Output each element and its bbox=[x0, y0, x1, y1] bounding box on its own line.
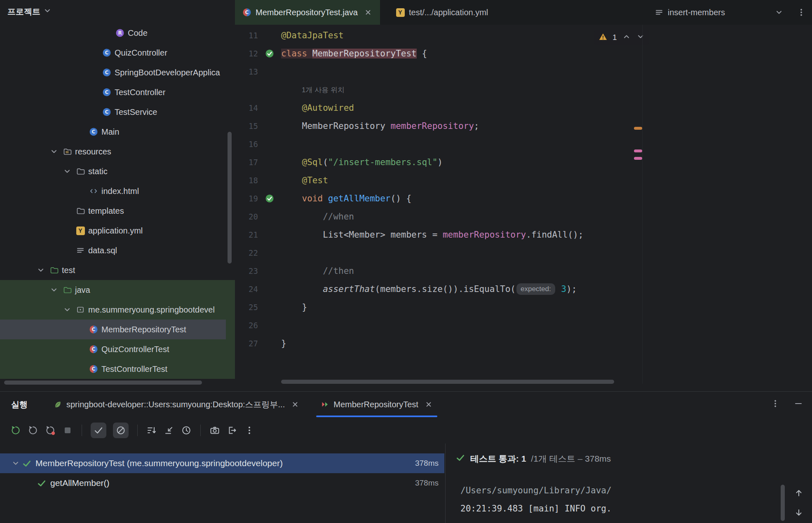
test-result-row-getallmember[interactable]: getAllMember()378ms bbox=[0, 473, 444, 493]
console-output[interactable]: /Users/sumyoung/Library/Java/20:21:39.48… bbox=[460, 481, 767, 518]
tree-item-templates[interactable]: templates bbox=[0, 201, 235, 221]
stop-button[interactable] bbox=[62, 425, 73, 436]
collapse-button[interactable] bbox=[164, 425, 174, 436]
run-tab-memberrepositorytest[interactable]: MemberRepositoryTest bbox=[314, 392, 440, 417]
project-horizontal-scrollbar[interactable] bbox=[4, 381, 202, 385]
scroll-to-top-button[interactable] bbox=[791, 486, 806, 500]
tree-item-main[interactable]: CMain bbox=[0, 122, 235, 142]
code-token: MemberRepository bbox=[281, 121, 391, 131]
code-text: void getAllMember() { bbox=[281, 194, 411, 203]
class-icon: C bbox=[89, 127, 98, 136]
stop-icon bbox=[62, 425, 73, 436]
tree-item-code[interactable]: RCode bbox=[0, 23, 235, 43]
chevron-down-icon[interactable] bbox=[10, 459, 21, 468]
scroll-to-bottom-button[interactable] bbox=[791, 505, 806, 520]
tree-item-springbootdeveloperapplica[interactable]: CSpringBootDeveloperApplica bbox=[0, 63, 235, 82]
line-number: 16 bbox=[235, 140, 258, 149]
tree-item-memberrepositorytest[interactable]: CMemberRepositoryTest bbox=[0, 320, 235, 339]
code-text: 1개 사용 위치 bbox=[281, 85, 345, 95]
code-token: .findAll(); bbox=[526, 230, 583, 240]
tree-item-label: resources bbox=[75, 147, 111, 156]
inspection-mark[interactable] bbox=[634, 127, 642, 130]
code-line-12: 12class MemberRepositoryTest { bbox=[235, 44, 812, 63]
code-text: } bbox=[281, 302, 307, 312]
code-text: @Autowired bbox=[281, 103, 354, 113]
test-history-button[interactable] bbox=[181, 425, 192, 436]
code-text: List<Member> members = memberRepository.… bbox=[281, 230, 583, 240]
tree-item-testcontrollertest[interactable]: CTestControllerTest bbox=[0, 359, 235, 379]
test-result-row-memberrepositorytest-me-summeryoung-springbootdeveloper[interactable]: MemberRepositoryTest (me.summeryoung.spr… bbox=[0, 453, 444, 473]
chevron-down-icon[interactable] bbox=[49, 285, 63, 294]
code-text: @Test bbox=[281, 175, 328, 185]
warning-count: 1 bbox=[613, 33, 617, 42]
tree-item-quizcontrollertest[interactable]: CQuizControllerTest bbox=[0, 339, 235, 359]
code-line-26: 26 bbox=[235, 316, 812, 334]
tree-item-java[interactable]: java bbox=[0, 280, 235, 300]
tree-item-me-summeryoung-springbootdevel[interactable]: me.summeryoung.springbootdevel bbox=[0, 300, 235, 320]
code-line-18: 18 @Test bbox=[235, 171, 812, 189]
editor-tab-test-application-yml[interactable]: Ytest/.../application.yml bbox=[388, 0, 495, 25]
code-token: { bbox=[417, 49, 427, 58]
line-number: 23 bbox=[235, 266, 258, 276]
inspection-mark[interactable] bbox=[634, 157, 642, 160]
tree-item-data-sql[interactable]: data.sql bbox=[0, 240, 235, 260]
rerun-failed-tests-button[interactable] bbox=[45, 425, 56, 436]
show-passed-button[interactable] bbox=[91, 423, 106, 438]
editor-split-divider[interactable] bbox=[642, 25, 643, 384]
close-icon[interactable] bbox=[291, 400, 300, 409]
passed-check-icon bbox=[455, 453, 465, 465]
editor-tab-memberrepositorytest-java[interactable]: CMemberRepositoryTest.java bbox=[235, 0, 380, 25]
svg-text:C: C bbox=[105, 50, 109, 56]
tree-item-resources[interactable]: resources bbox=[0, 142, 235, 161]
run-options-kebab-icon[interactable] bbox=[771, 399, 780, 410]
hide-panel-button[interactable] bbox=[794, 399, 803, 410]
rerun-failed-icon bbox=[28, 425, 38, 436]
sort-button[interactable] bbox=[146, 425, 157, 436]
tree-item-static[interactable]: static bbox=[0, 161, 235, 181]
previous-problem-chevron-icon[interactable] bbox=[622, 32, 631, 43]
toolbar-separator bbox=[82, 425, 82, 436]
test-run-icon bbox=[320, 400, 329, 409]
next-problem-chevron-icon[interactable] bbox=[636, 32, 645, 43]
tree-item-testservice[interactable]: CTestService bbox=[0, 102, 235, 122]
code-token: void bbox=[302, 194, 328, 203]
editor-tab-options-kebab-icon[interactable] bbox=[792, 0, 810, 25]
show-ignored-button[interactable] bbox=[113, 423, 129, 438]
run-test-passed-icon[interactable] bbox=[258, 194, 281, 203]
run-tab-springboot-developer-users-sumyoung-desktop[interactable]: springboot-developer::Users:sumyoung:Des… bbox=[47, 392, 306, 417]
code-editor[interactable]: 11@DataJpaTest12class MemberRepositoryTe… bbox=[235, 25, 812, 391]
inspection-widget[interactable]: 1 bbox=[594, 30, 649, 45]
hidden-tabs-chevron-icon[interactable] bbox=[770, 0, 788, 25]
code-token: (members.size()).isEqualTo( bbox=[375, 284, 516, 294]
tree-item-testcontroller[interactable]: CTestController bbox=[0, 82, 235, 102]
more-options-button[interactable] bbox=[244, 425, 255, 436]
export-icon bbox=[227, 425, 237, 436]
inspection-mark[interactable] bbox=[634, 149, 642, 152]
show-passed-icon bbox=[93, 425, 104, 436]
chevron-down-icon[interactable] bbox=[36, 266, 49, 275]
tree-item-quizcontroller[interactable]: CQuizController bbox=[0, 43, 235, 63]
chevron-down-icon[interactable] bbox=[63, 167, 76, 176]
project-vertical-scrollbar[interactable] bbox=[228, 132, 232, 264]
chevron-down-icon[interactable] bbox=[49, 147, 63, 156]
chevron-down-icon[interactable] bbox=[63, 305, 76, 314]
export-button[interactable] bbox=[227, 425, 237, 436]
project-panel-header[interactable]: 프로젝트 bbox=[0, 0, 235, 23]
line-number: 18 bbox=[235, 176, 258, 185]
rerun-button[interactable] bbox=[10, 425, 21, 436]
close-icon[interactable] bbox=[364, 8, 373, 17]
svg-text:C: C bbox=[92, 327, 96, 332]
tree-item-test[interactable]: test bbox=[0, 260, 235, 280]
console-scrollbar[interactable] bbox=[781, 485, 785, 521]
editor-tab-insert-members[interactable]: insert-members bbox=[647, 0, 732, 25]
rerun-failed-button[interactable] bbox=[28, 425, 38, 436]
tree-item-index-html[interactable]: index.html bbox=[0, 181, 235, 201]
screenshot-button[interactable] bbox=[209, 425, 220, 436]
run-toolbar bbox=[0, 417, 812, 444]
run-test-passed-icon[interactable] bbox=[258, 49, 281, 58]
tree-item-label: Main bbox=[101, 127, 119, 137]
code-text: assertThat(members.size()).isEqualTo(exp… bbox=[281, 283, 577, 295]
close-icon[interactable] bbox=[424, 400, 433, 409]
editor-horizontal-scrollbar[interactable] bbox=[281, 380, 614, 384]
tree-item-application-yml[interactable]: Yapplication.yml bbox=[0, 221, 235, 240]
